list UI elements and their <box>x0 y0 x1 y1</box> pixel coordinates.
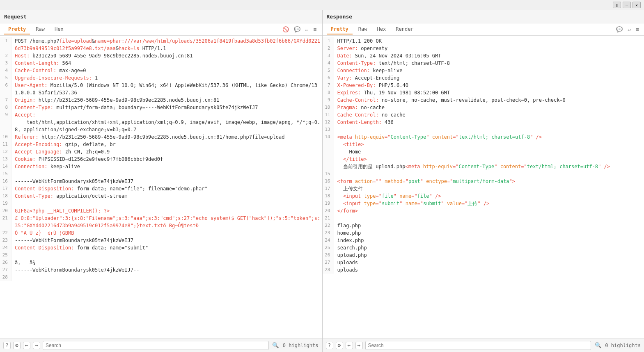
line-content: Date: Sun, 24 Nov 2024 03:16:05 GMT <box>334 52 644 59</box>
request-header: Request <box>0 10 322 23</box>
xml-value: Content-Type <box>459 164 495 169</box>
line-number: 13 <box>0 155 11 163</box>
line-number: 16 <box>0 178 11 185</box>
request-search-input[interactable] <box>43 341 269 350</box>
response-tab-icons: 💬 ↵ ≡ <box>615 25 640 33</box>
request-comment-icon[interactable]: 💬 <box>293 25 301 33</box>
header-key: Vary: <box>337 75 355 81</box>
code-line: 28uploads <box>323 266 644 274</box>
line-content: Content-Type: text/html; charset=UTF-8 <box>334 59 644 67</box>
header-value: Mozilla/5.0 (Windows NT 10.0; Win64; x64… <box>15 82 317 96</box>
header-key: Server: <box>337 46 361 51</box>
line-number: 24 <box>323 237 334 244</box>
header-value: 当前引用的是 upload.php <box>337 164 406 169</box>
minimize-icon[interactable]: ─ <box>623 2 631 8</box>
code-line: 18Content-Type: application/octet-stream <box>0 192 322 200</box>
request-forward-icon[interactable]: → <box>33 342 40 349</box>
tab-request-raw[interactable]: Raw <box>32 25 49 34</box>
response-code-area: 1HTTP/1.1 200 OK2Server: openresty3Date:… <box>323 36 644 338</box>
request-search-button[interactable]: 🔍 <box>271 341 280 350</box>
line-content: Cache-Control: no-store, no-cache, must-… <box>334 96 644 104</box>
tab-response-hex[interactable]: Hex <box>373 25 390 34</box>
code-line: 21 <box>323 215 644 222</box>
xml-tag: =" <box>402 178 408 184</box>
line-number: 15 <box>0 170 11 178</box>
code-line: 24Content-Disposition: form-data; name="… <box>0 244 322 251</box>
response-forward-icon[interactable]: → <box>355 342 363 349</box>
code-line: 25search.php <box>323 244 644 251</box>
header-key: User-Agent: <box>15 82 50 88</box>
header-key: Content-Type: <box>15 193 56 199</box>
request-help-icon[interactable]: ? <box>3 342 11 349</box>
line-number: 11 <box>323 111 334 119</box>
header-key: Content-Type: <box>15 105 56 110</box>
xml-tag: " /> <box>477 201 489 206</box>
response-search-input[interactable] <box>365 341 591 350</box>
line-number <box>323 163 334 170</box>
xml-tag: " <box>426 134 432 140</box>
header-value: flag.php <box>337 223 361 229</box>
code-line: 18 <input type="file" name="file" /> <box>323 192 644 200</box>
tab-response-pretty[interactable]: Pretty <box>327 25 353 34</box>
code-line: 15 <box>323 170 644 178</box>
response-settings-icon[interactable]: ⚙ <box>336 342 343 349</box>
request-wrap-icon[interactable]: ↵ <box>305 25 309 33</box>
code-line: 8Content-Type: multipart/form-data; boun… <box>0 104 322 111</box>
xml-tag: <meta <box>337 134 355 140</box>
code-line: 11Cache-Control: no-cache <box>323 111 644 119</box>
line-content: </title> <box>334 155 644 163</box>
xml-attr: enctype <box>426 178 447 184</box>
code-line: 20</form> <box>323 207 644 215</box>
line-content: ------WebKitFormBoundarysk05te74jkzWeIJ7… <box>11 266 322 274</box>
xml-tag: <input <box>337 201 364 206</box>
response-help-icon[interactable]: ? <box>326 342 333 349</box>
line-content: 上传文件 <box>334 185 644 192</box>
header-value: Home <box>337 149 361 155</box>
tab-request-hex[interactable]: Hex <box>50 25 68 34</box>
tab-response-render[interactable]: Render <box>392 25 417 34</box>
header-value: gzip, deflate, br <box>65 142 116 147</box>
header-key: Cookie: <box>15 156 39 162</box>
request-bottom-icons: ? ⚙ ← → <box>3 342 40 349</box>
response-wrap-icon[interactable]: ↵ <box>627 25 632 33</box>
header-key: Content-Disposition: <box>15 186 77 192</box>
header-key: Origin: <box>15 97 39 103</box>
code-line: 26ä, ä¾ <box>0 259 322 266</box>
xml-attr: name <box>399 193 411 199</box>
response-comment-icon[interactable]: 💬 <box>615 25 623 33</box>
header-value: search.php <box>337 245 367 251</box>
header-value: keep-alive <box>373 68 402 73</box>
close-icon[interactable]: ✕ <box>633 2 641 8</box>
header-value: PHP/5.6.40 <box>379 82 408 88</box>
line-number: 15 <box>323 170 334 178</box>
line-content: </form> <box>334 207 644 215</box>
response-back-icon[interactable]: ← <box>346 342 353 349</box>
request-menu-icon[interactable]: ≡ <box>313 25 318 33</box>
response-menu-icon[interactable]: ≡ <box>635 25 640 33</box>
request-back-icon[interactable]: ← <box>23 342 30 349</box>
tab-response-raw[interactable]: Raw <box>354 25 371 34</box>
header-value: & <box>116 46 119 51</box>
columns-icon[interactable]: ⫿ <box>613 2 621 8</box>
request-no-intercept-icon[interactable]: 🚫 <box>282 25 290 33</box>
request-settings-icon[interactable]: ⚙ <box>13 342 21 349</box>
request-bottom-bar: ? ⚙ ← → 🔍 0 highlights <box>0 338 322 352</box>
tab-request-pretty[interactable]: Pretty <box>4 25 30 34</box>
xml-tag: " /> <box>530 134 542 140</box>
xml-value: text/html; charset=utf-8 <box>527 164 598 169</box>
line-content: Accept: <box>11 111 322 119</box>
xml-tag: " /> <box>598 164 610 169</box>
line-number <box>0 119 11 133</box>
xml-attr: value <box>447 201 462 206</box>
line-content: Connection: keep-alive <box>11 163 322 170</box>
code-line: 27uploads <box>323 259 644 266</box>
response-search-button[interactable]: 🔍 <box>594 341 603 350</box>
line-content <box>334 170 644 178</box>
code-line: 13 <box>323 126 644 133</box>
line-content: uploads <box>334 259 644 266</box>
header-key: Content-Type: <box>337 60 379 66</box>
line-content <box>11 251 322 259</box>
line-content: Pragma: no-cache <box>334 104 644 111</box>
line-number: 12 <box>0 148 11 155</box>
xml-value: Content-Type <box>391 134 426 140</box>
